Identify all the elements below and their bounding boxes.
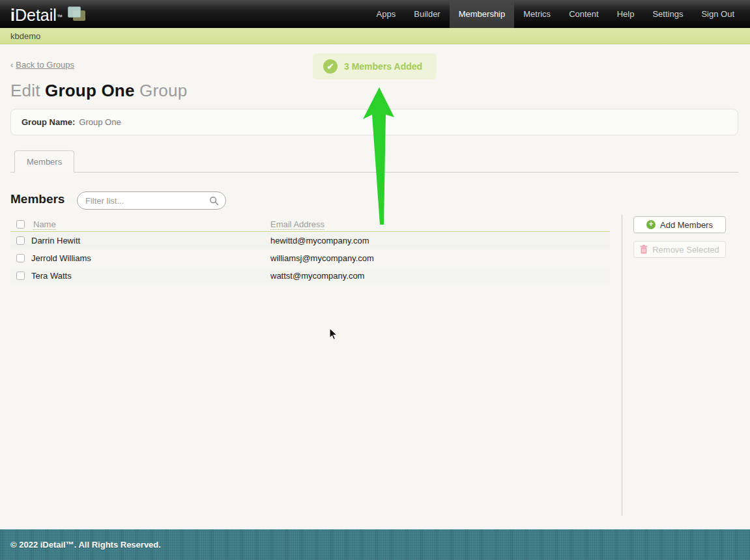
app-logo[interactable]: iDetail™ xyxy=(0,2,87,26)
remove-selected-label: Remove Selected xyxy=(652,245,719,255)
logo-text: iDetail™ xyxy=(10,2,63,26)
nav-item-metrics[interactable]: Metrics xyxy=(514,0,560,28)
member-name: Tera Watts xyxy=(31,271,72,281)
nav-item-membership[interactable]: Membership xyxy=(450,0,515,28)
member-name: Darrin Hewitt xyxy=(31,236,80,245)
environment-bar: kbdemo xyxy=(0,28,750,44)
remove-selected-button[interactable]: Remove Selected xyxy=(633,241,726,258)
footer: © 2022 iDetail™. All Rights Reserved. xyxy=(0,529,750,560)
nav-item-content[interactable]: Content xyxy=(560,0,608,28)
tab-members[interactable]: Members xyxy=(14,150,74,173)
chevron-left-icon: ‹ xyxy=(10,60,13,70)
add-members-button[interactable]: + Add Members xyxy=(633,216,726,233)
back-to-groups-link[interactable]: ‹Back to Groups xyxy=(10,60,74,70)
table-row[interactable]: Jerrold Williams williamsj@mycompany.com xyxy=(10,249,610,267)
annotation-arrow-up-icon xyxy=(362,86,396,226)
column-header-email[interactable]: Email Address xyxy=(270,219,325,230)
logo-trademark: ™ xyxy=(57,14,63,20)
plus-circle-icon: + xyxy=(646,220,656,229)
group-name-label: Group Name: xyxy=(22,117,75,127)
row-checkbox[interactable] xyxy=(16,254,25,262)
environment-label: kbdemo xyxy=(10,31,40,41)
group-name-value: Group One xyxy=(79,117,121,127)
sidebar-divider xyxy=(622,215,622,516)
add-members-label: Add Members xyxy=(660,220,713,230)
search-icon[interactable] xyxy=(209,196,219,206)
nav-item-apps[interactable]: Apps xyxy=(368,0,405,28)
nav-item-help[interactable]: Help xyxy=(608,0,644,28)
member-name: Jerrold Williams xyxy=(31,253,91,263)
table-row[interactable]: Tera Watts wattst@mycompany.com xyxy=(10,267,610,285)
nav-item-builder[interactable]: Builder xyxy=(405,0,449,28)
logo-square-front-icon xyxy=(68,7,81,18)
table-header-row: Name Email Address xyxy=(10,219,610,232)
nav-item-settings[interactable]: Settings xyxy=(643,0,692,28)
row-checkbox[interactable] xyxy=(16,236,25,245)
copyright-text: © 2022 iDetail™. All Rights Reserved. xyxy=(10,540,161,550)
notification-text: 3 Members Added xyxy=(344,61,422,72)
filter-field xyxy=(77,191,226,210)
row-checkbox[interactable] xyxy=(16,272,25,280)
table-row[interactable]: Darrin Hewitt hewittd@mycompany.com xyxy=(10,232,610,249)
trash-icon xyxy=(640,245,648,254)
column-header-name[interactable]: Name xyxy=(33,219,56,230)
member-email: hewittd@mycompany.com xyxy=(270,236,369,245)
members-section-heading: Members xyxy=(10,192,65,206)
page: iDetail™ Apps Builder Membership Metrics… xyxy=(0,0,750,560)
members-table: Name Email Address Darrin Hewitt hewittd… xyxy=(10,219,610,285)
select-all-checkbox[interactable] xyxy=(16,220,25,229)
success-notification: ✔ 3 Members Added xyxy=(313,53,437,79)
group-name-title: Group One xyxy=(45,81,135,100)
member-email: wattst@mycompany.com xyxy=(270,271,364,281)
page-title: Edit Group One Group xyxy=(10,81,187,101)
nav-menu: Apps Builder Membership Metrics Content … xyxy=(368,0,750,28)
filter-input[interactable] xyxy=(85,196,209,206)
top-navbar: iDetail™ Apps Builder Membership Metrics… xyxy=(0,0,750,28)
nav-item-sign-out[interactable]: Sign Out xyxy=(692,0,743,28)
check-circle-icon: ✔ xyxy=(323,59,338,74)
logo-icon xyxy=(66,6,87,23)
member-email: williamsj@mycompany.com xyxy=(270,253,374,263)
mouse-cursor-icon xyxy=(329,328,338,341)
